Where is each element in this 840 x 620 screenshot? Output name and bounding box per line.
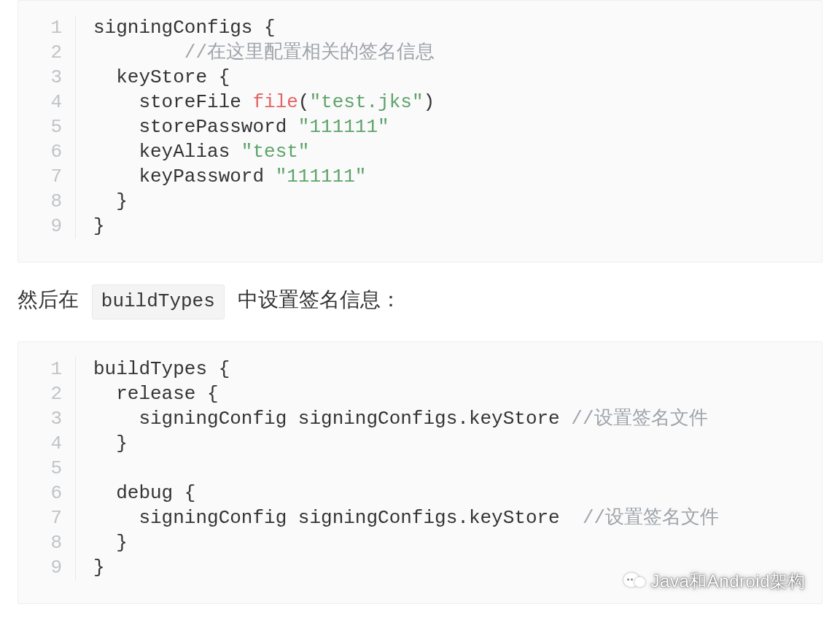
code-block-build-types: 1buildTypes {2 release {3 signingConfig … [18,341,822,604]
code-token: storePassword [93,116,298,138]
line-number: 4 [18,431,76,456]
code-line: 7 keyPassword "111111" [18,164,822,189]
code-content: keyAlias "test" [93,139,822,164]
code-token: //设置签名文件 [571,408,707,430]
code-line: 4 storeFile file("test.jks") [18,90,822,115]
line-number: 5 [18,115,76,139]
code-content: debug { [93,481,822,505]
code-line: 2 //在这里配置相关的签名信息 [18,40,822,65]
code-line: 6 debug { [18,481,822,505]
code-line: 3 signingConfig signingConfigs.keyStore … [18,406,822,431]
line-number: 4 [18,90,76,115]
code-line: 9} [18,214,822,239]
code-line: 5 storePassword "111111" [18,115,822,139]
code-token: "111111" [298,116,389,138]
line-number: 1 [18,357,76,381]
code-content: } [93,214,822,239]
code-token: "test" [241,141,310,163]
code-line: 3 keyStore { [18,65,822,90]
code-token: release { [93,383,219,405]
code-line: 8 } [18,530,822,555]
code-token: signingConfig signingConfigs.keyStore [93,408,571,430]
code-line: 8 } [18,189,822,214]
code-token [93,42,184,63]
code-token: } [93,433,128,454]
code-content: } [93,530,822,555]
code-line: 7 signingConfig signingConfigs.keyStore … [18,505,822,530]
line-number: 7 [18,505,76,530]
code-line: 6 keyAlias "test" [18,139,822,164]
prose-after: 中设置签名信息： [232,288,401,311]
code-token: keyAlias [93,141,241,163]
code-content: //在这里配置相关的签名信息 [93,40,822,65]
code-content: keyPassword "111111" [93,164,822,189]
code-content: signingConfig signingConfigs.keyStore //… [93,406,822,431]
line-number: 9 [18,555,76,580]
code-content: signingConfig signingConfigs.keyStore //… [93,505,822,530]
line-number: 6 [18,139,76,164]
prose-before: 然后在 [18,288,85,311]
code-token: ) [424,91,435,113]
line-number: 2 [18,40,76,65]
code-block-signing-configs: 1signingConfigs {2 //在这里配置相关的签名信息3 keySt… [18,0,822,263]
watermark-text: Java和Android架构 [651,570,806,593]
code-token: } [93,532,128,554]
code-token: } [93,190,128,212]
line-number: 5 [18,456,76,481]
code-token: //在这里配置相关的签名信息 [184,42,435,63]
code-line: 1signingConfigs { [18,15,822,40]
code-line: 4 } [18,431,822,456]
line-number: 9 [18,214,76,239]
code-content: signingConfigs { [93,15,822,40]
prose-buildtypes: 然后在 buildTypes 中设置签名信息： [18,284,822,319]
code-token: } [93,215,105,237]
code-token: ( [298,91,310,113]
line-number: 8 [18,530,76,555]
inline-code-buildtypes: buildTypes [92,284,225,319]
code-token: //设置签名文件 [583,507,719,529]
code-token: buildTypes { [93,358,230,380]
code-content: buildTypes { [93,357,822,381]
code-token: signingConfig signingConfigs.keyStore [93,507,583,529]
line-number: 1 [18,15,76,40]
code-token: storeFile [93,91,252,113]
code-content: storeFile file("test.jks") [93,90,822,115]
code-token: file [252,91,298,113]
code-line: 1buildTypes { [18,357,822,381]
code-token: keyPassword [93,166,276,187]
line-number: 6 [18,481,76,505]
code-content: } [93,189,822,214]
code-token: debug { [93,482,195,504]
code-token: } [93,557,105,578]
line-number: 3 [18,65,76,90]
code-content: storePassword "111111" [93,115,822,139]
code-token: "111111" [276,166,367,187]
code-line: 2 release { [18,381,822,406]
line-number: 2 [18,381,76,406]
watermark: Java和Android架构 [623,570,806,593]
line-number: 7 [18,164,76,189]
code-token: keyStore { [93,66,230,88]
code-content: release { [93,381,822,406]
line-number: 8 [18,189,76,214]
code-token: signingConfigs { [93,17,276,39]
code-token: "test.jks" [309,91,423,113]
code-content: } [93,431,822,456]
code-line: 5 [18,456,822,481]
wechat-icon [623,573,645,590]
line-number: 3 [18,406,76,431]
code-content: keyStore { [93,65,822,90]
